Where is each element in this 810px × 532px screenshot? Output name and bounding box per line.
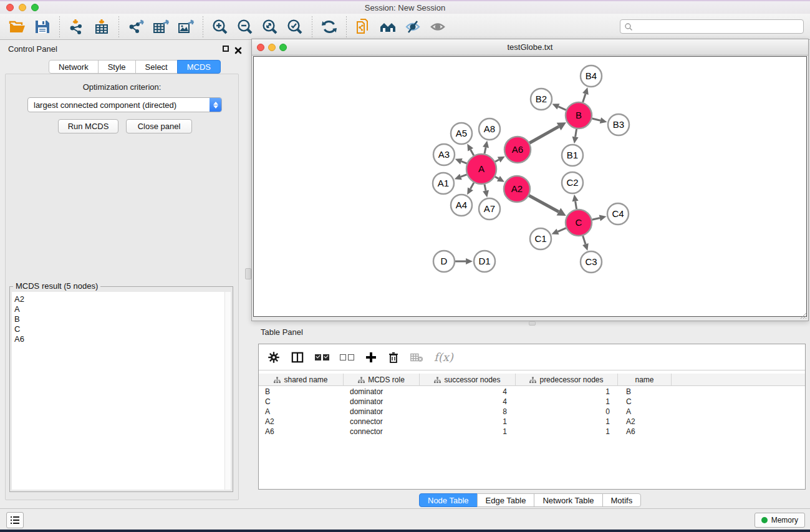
graph-node-label: C4 [612, 208, 624, 219]
graph-edge[interactable] [485, 184, 486, 190]
column-header-label: successor nodes [444, 375, 500, 384]
mcds-result-item[interactable]: C [14, 324, 224, 334]
export-table-button[interactable] [148, 16, 173, 37]
table-cell: C [618, 397, 672, 407]
first-neighbors-button[interactable] [351, 16, 376, 37]
delete-table-button[interactable] [410, 348, 423, 367]
hide-panels-button[interactable] [376, 16, 401, 37]
mcds-result-item[interactable]: A6 [14, 334, 224, 344]
zoom-fit-button[interactable] [258, 16, 282, 37]
graph-edge[interactable] [558, 107, 566, 110]
open-session-button[interactable] [5, 16, 30, 37]
search-icon [624, 22, 633, 31]
select-all-button[interactable] [315, 348, 329, 367]
mcds-result-item[interactable]: B [14, 314, 224, 324]
run-mcds-button[interactable]: Run MCDS [58, 119, 118, 133]
zoom-in-button[interactable] [208, 16, 233, 37]
tab-network-table[interactable]: Network Table [534, 493, 602, 507]
toolbar-separator [203, 16, 203, 37]
birds-eye-view-button[interactable] [426, 16, 451, 37]
graph-edge[interactable] [529, 127, 559, 143]
table-header-row: shared nameMCDS rolesuccessor nodesprede… [259, 374, 805, 386]
mcds-result-item[interactable]: A2 [14, 294, 224, 304]
zoom-in-icon [211, 18, 229, 36]
deselect-all-button[interactable] [340, 348, 354, 367]
graph-node-label: A8 [484, 123, 495, 134]
table-row[interactable]: Bdominator41B [259, 387, 805, 397]
column-header-successor-nodes[interactable]: successor nodes [420, 374, 516, 386]
graph-edge[interactable] [461, 162, 467, 163]
birds-eye-view-icon [429, 18, 448, 36]
function-builder-button[interactable]: f(x) [434, 348, 453, 367]
select-stepper-icon [210, 98, 221, 112]
hide-panels-icon [379, 18, 398, 36]
export-network-icon [127, 18, 145, 36]
graph-edge[interactable] [495, 177, 499, 178]
graph-edge[interactable] [576, 129, 577, 137]
close-panel-button[interactable]: Close panel [126, 119, 192, 133]
graph-edge[interactable] [495, 160, 499, 162]
network-window-titlebar[interactable]: testGlobe.txt [252, 39, 808, 56]
add-column-button[interactable] [365, 348, 377, 367]
table-row[interactable]: Adominator80A [259, 407, 805, 417]
tab-node-table[interactable]: Node Table [419, 493, 478, 507]
table-row[interactable]: A6connector11A6 [259, 427, 805, 437]
graph-node-label: C2 [566, 177, 578, 188]
mcds-result-item[interactable]: A [14, 304, 224, 314]
close-panel-icon[interactable] [234, 46, 242, 53]
table-cell: 0 [516, 407, 618, 417]
graph-edge[interactable] [583, 94, 586, 102]
graph-edge[interactable] [592, 118, 600, 120]
tab-edge-table[interactable]: Edge Table [477, 493, 535, 507]
column-layout-button[interactable] [291, 348, 304, 367]
export-image-button[interactable] [173, 16, 198, 37]
toolbar-separator [118, 16, 119, 37]
import-table-button[interactable] [89, 16, 114, 37]
zoom-selected-button[interactable] [282, 16, 307, 37]
criterion-select[interactable]: largest connected component (directed) [27, 97, 222, 112]
add-column-icon [365, 351, 377, 364]
graph-edge[interactable] [485, 147, 486, 153]
graph-edge[interactable] [461, 175, 467, 177]
delete-column-icon [388, 351, 399, 364]
graph-edge[interactable] [529, 196, 559, 212]
graph-edge[interactable] [558, 228, 566, 232]
column-header-MCDS-role[interactable]: MCDS role [344, 374, 420, 386]
graph-edge[interactable] [583, 236, 586, 244]
graph-edge[interactable] [592, 218, 599, 220]
search-box [620, 19, 804, 34]
import-network-button[interactable] [64, 16, 89, 37]
refresh-button[interactable] [317, 16, 342, 37]
float-panel-icon[interactable] [223, 46, 230, 53]
memory-button[interactable]: Memory [755, 513, 805, 528]
column-header-predecessor-nodes[interactable]: predecessor nodes [516, 374, 618, 386]
graph-edge[interactable] [470, 183, 473, 189]
save-session-button[interactable] [30, 16, 55, 37]
table-cell: A [259, 407, 344, 417]
table-panel-tabs: Node Table Edge Table Network Table Moti… [419, 493, 641, 507]
column-header-shared-name[interactable]: shared name [259, 374, 344, 386]
tab-motifs[interactable]: Motifs [602, 493, 642, 507]
vertical-split-grip[interactable] [245, 268, 251, 279]
export-network-button[interactable] [123, 16, 148, 37]
graph-edge[interactable] [576, 201, 577, 210]
tab-mcds[interactable]: MCDS [177, 60, 221, 74]
hide-graphics-details-button[interactable] [401, 16, 426, 37]
search-input[interactable] [633, 21, 803, 32]
tab-style[interactable]: Style [98, 60, 136, 74]
tab-select[interactable]: Select [135, 60, 178, 74]
gear-button[interactable] [268, 348, 280, 367]
graph-edge[interactable] [471, 150, 474, 155]
show-panel-list-button[interactable] [6, 512, 24, 528]
delete-column-button[interactable] [388, 348, 399, 367]
column-header-name[interactable]: name [618, 374, 672, 386]
table-row[interactable]: A2connector11A2 [259, 417, 805, 427]
network-canvas[interactable]: AA1A2A3A4A5A6A7A8BB1B2B3B4CC1C2C3C4DD1 [253, 56, 807, 317]
result-scrollbar[interactable] [224, 292, 231, 490]
window-resize-grip[interactable] [798, 311, 807, 319]
hide-graphics-details-icon [404, 18, 423, 36]
tab-network[interactable]: Network [49, 60, 99, 74]
zoom-out-button[interactable] [233, 16, 258, 37]
table-row[interactable]: Cdominator41C [259, 397, 805, 407]
export-table-icon [152, 18, 170, 36]
